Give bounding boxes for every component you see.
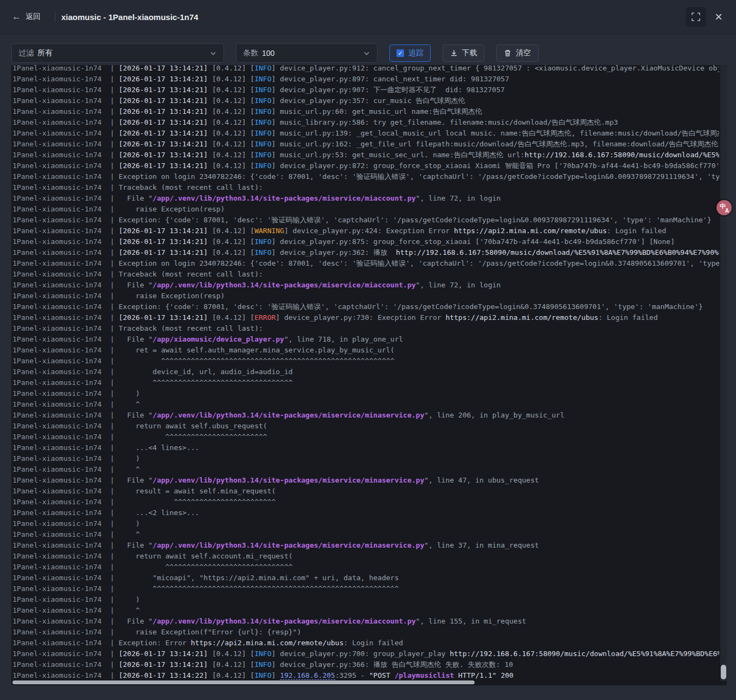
- download-label: 下载: [462, 48, 477, 58]
- log-line: 1Panel-xiaomusic-1n74 | Exception: {'cod…: [12, 301, 719, 312]
- log-line: 1Panel-xiaomusic-1n74 | File "/app/.venv…: [12, 475, 719, 486]
- log-line: 1Panel-xiaomusic-1n74 | [2026-01-17 13:1…: [12, 95, 719, 106]
- log-line: 1Panel-xiaomusic-1n74 | raise Exception(…: [12, 291, 719, 301]
- count-label: 条数: [243, 48, 258, 58]
- log-line: 1Panel-xiaomusic-1n74 | [2026-01-17 13:1…: [12, 236, 719, 247]
- close-icon: ×: [715, 9, 722, 24]
- chevron-down-icon: [363, 49, 370, 57]
- log-line: 1Panel-xiaomusic-1n74 | File "/app/xiaom…: [12, 334, 719, 345]
- log-line: 1Panel-xiaomusic-1n74 | [2026-01-17 13:1…: [12, 128, 719, 139]
- log-line: 1Panel-xiaomusic-1n74 | Exception on log…: [12, 171, 719, 182]
- log-line: 1Panel-xiaomusic-1n74 | "micoapi", "http…: [12, 573, 719, 583]
- count-value: 100: [262, 49, 363, 57]
- log-line: 1Panel-xiaomusic-1n74 | ...<4 lines>...: [12, 442, 719, 453]
- download-button[interactable]: 下载: [443, 44, 484, 62]
- log-line: 1Panel-xiaomusic-1n74 | ): [12, 594, 719, 605]
- log-line: 1Panel-xiaomusic-1n74 | File "/app/.venv…: [12, 280, 719, 291]
- log-line: 1Panel-xiaomusic-1n74 | [2026-01-17 13:1…: [12, 648, 719, 659]
- log-line: 1Panel-xiaomusic-1n74 | [2026-01-17 13:1…: [12, 247, 719, 258]
- log-line: 1Panel-xiaomusic-1n74 | return await sel…: [12, 551, 719, 562]
- log-line: 1Panel-xiaomusic-1n74 | device_id, url, …: [12, 367, 719, 377]
- chevron-down-icon: [209, 49, 217, 57]
- log-line: 1Panel-xiaomusic-1n74 | ^^^^^^^^^^^^^^^^…: [12, 356, 719, 367]
- log-line: 1Panel-xiaomusic-1n74 | ^^^^^^^^^^^^^^^^…: [12, 432, 719, 442]
- log-line: 1Panel-xiaomusic-1n74 | ): [12, 388, 719, 399]
- filter-value: 所有: [37, 48, 209, 58]
- filter-select[interactable]: 过滤 所有: [11, 43, 224, 63]
- translate-floating-button[interactable]: 中 A: [716, 200, 732, 215]
- log-line: 1Panel-xiaomusic-1n74 | [2026-01-17 13:1…: [12, 659, 719, 670]
- log-line: 1Panel-xiaomusic-1n74 | ...<2 lines>...: [12, 508, 719, 518]
- log-line: 1Panel-xiaomusic-1n74 | [2026-01-17 13:1…: [12, 65, 719, 74]
- log-line: 1Panel-xiaomusic-1n74 | Traceback (most …: [12, 269, 719, 280]
- log-line: 1Panel-xiaomusic-1n74 | ^^^^^^^^^^^^^^^^…: [12, 562, 719, 573]
- log-line: 1Panel-xiaomusic-1n74 | ^: [12, 399, 719, 410]
- fullscreen-button[interactable]: [686, 7, 706, 27]
- log-line: 1Panel-xiaomusic-1n74 | Exception: {'cod…: [12, 215, 719, 226]
- follow-label: 追踪: [408, 48, 424, 58]
- log-line: 1Panel-xiaomusic-1n74 | [2026-01-17 13:1…: [12, 150, 719, 160]
- count-select[interactable]: 条数 100: [236, 43, 377, 63]
- clear-label: 清空: [516, 48, 531, 58]
- log-panel: 1Panel-xiaomusic-1n74 | [2026-01-17 13:1…: [11, 65, 727, 685]
- log-line: 1Panel-xiaomusic-1n74 | [2026-01-17 13:1…: [12, 139, 719, 150]
- log-line: 1Panel-xiaomusic-1n74 | ^^^^^^^^^^^^^^^^…: [12, 583, 719, 594]
- horizontal-scrollbar-thumb[interactable]: [12, 680, 475, 684]
- page-title: xiaomusic - 1Panel-xiaomusic-1n74: [61, 0, 199, 34]
- back-arrow-icon: ←: [12, 11, 21, 22]
- close-button[interactable]: ×: [708, 7, 729, 27]
- log-line: 1Panel-xiaomusic-1n74 | File "/app/.venv…: [12, 410, 719, 421]
- window-header: ← 返回 xiaomusic - 1Panel-xiaomusic-1n74 ×: [0, 0, 736, 34]
- log-line: 1Panel-xiaomusic-1n74 | ^: [12, 529, 719, 540]
- log-line: 1Panel-xiaomusic-1n74 | return await sel…: [12, 421, 719, 432]
- log-line: 1Panel-xiaomusic-1n74 | [2026-01-17 13:1…: [12, 226, 719, 236]
- log-line: 1Panel-xiaomusic-1n74 | [2026-01-17 13:1…: [12, 85, 719, 95]
- follow-toggle-button[interactable]: ✓ 追踪: [389, 44, 431, 62]
- back-label: 返回: [25, 12, 41, 22]
- fullscreen-icon: [692, 12, 700, 21]
- log-line: 1Panel-xiaomusic-1n74 | [2026-01-17 13:1…: [12, 74, 719, 85]
- log-line: 1Panel-xiaomusic-1n74 | result = await s…: [12, 486, 719, 497]
- download-icon: [450, 49, 458, 57]
- vertical-scrollbar-track[interactable]: [720, 65, 727, 681]
- follow-checkbox[interactable]: ✓: [396, 49, 404, 57]
- log-line: 1Panel-xiaomusic-1n74 | Traceback (most …: [12, 182, 719, 193]
- log-line: 1Panel-xiaomusic-1n74 | [2026-01-17 13:1…: [12, 117, 719, 128]
- log-line: 1Panel-xiaomusic-1n74 | ^: [12, 464, 719, 475]
- clear-button[interactable]: 清空: [496, 44, 539, 62]
- vertical-scrollbar-thumb[interactable]: [721, 665, 726, 679]
- log-line: 1Panel-xiaomusic-1n74 | [2026-01-17 13:1…: [12, 670, 719, 681]
- log-viewport[interactable]: 1Panel-xiaomusic-1n74 | [2026-01-17 13:1…: [12, 65, 719, 681]
- back-button[interactable]: ← 返回: [12, 0, 41, 34]
- log-line: 1Panel-xiaomusic-1n74 | [2026-01-17 13:1…: [12, 312, 719, 323]
- log-line: 1Panel-xiaomusic-1n74 | Traceback (most …: [12, 323, 719, 334]
- log-lines: 1Panel-xiaomusic-1n74 | [2026-01-17 13:1…: [12, 65, 719, 681]
- log-line: 1Panel-xiaomusic-1n74 | File "/app/.venv…: [12, 540, 719, 551]
- log-line: 1Panel-xiaomusic-1n74 | [2026-01-17 13:1…: [12, 106, 719, 117]
- log-line: 1Panel-xiaomusic-1n74 | Exception on log…: [12, 258, 719, 269]
- log-line: 1Panel-xiaomusic-1n74 | File "/app/.venv…: [12, 616, 719, 627]
- log-line: 1Panel-xiaomusic-1n74 | [2026-01-17 13:1…: [12, 160, 719, 171]
- header-divider: [55, 11, 55, 22]
- log-line: 1Panel-xiaomusic-1n74 | ^^^^^^^^^^^^^^^^…: [12, 497, 719, 508]
- log-line: 1Panel-xiaomusic-1n74 | raise Exception(…: [12, 204, 719, 215]
- log-line: 1Panel-xiaomusic-1n74 | Exception: Error…: [12, 638, 719, 648]
- log-line: 1Panel-xiaomusic-1n74 | ^: [12, 605, 719, 616]
- log-line: 1Panel-xiaomusic-1n74 | ^^^^^^^^^^^^^^^^…: [12, 377, 719, 388]
- log-line: 1Panel-xiaomusic-1n74 | ): [12, 453, 719, 464]
- log-line: 1Panel-xiaomusic-1n74 | raise Exception(…: [12, 627, 719, 638]
- filter-label: 过滤: [18, 48, 34, 58]
- log-line: 1Panel-xiaomusic-1n74 | File "/app/.venv…: [12, 193, 719, 204]
- log-line: 1Panel-xiaomusic-1n74 | ): [12, 518, 719, 529]
- trash-icon: [504, 49, 511, 57]
- log-line: 1Panel-xiaomusic-1n74 | ret = await self…: [12, 345, 719, 356]
